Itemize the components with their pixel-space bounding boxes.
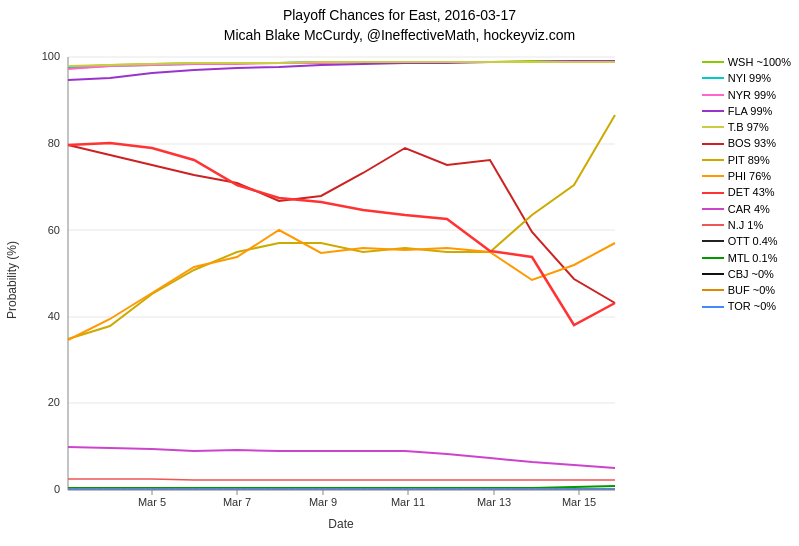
legend-label-pit: PIT 89% — [728, 153, 770, 167]
legend-label-nj: N.J 1% — [728, 218, 763, 232]
line-mtl — [68, 486, 615, 488]
legend-line-wsh — [702, 61, 724, 63]
legend-label-wsh: WSH ~100% — [728, 55, 791, 69]
legend-line-det — [702, 192, 724, 194]
legend-line-nyr — [702, 94, 724, 96]
grid: 0 20 40 60 80 100 — [42, 50, 615, 495]
legend-nyi: NYI 99% — [702, 71, 791, 85]
legend-fla: FLA 99% — [702, 104, 791, 118]
legend-line-mtl — [702, 257, 724, 259]
legend-mtl: MTL 0.1% — [702, 251, 791, 265]
legend-label-nyr: NYR 99% — [728, 88, 776, 102]
legend-line-tb — [702, 126, 724, 128]
svg-text:40: 40 — [48, 310, 60, 322]
legend-det: DET 43% — [702, 185, 791, 199]
legend-label-fla: FLA 99% — [728, 104, 773, 118]
legend-buf: BUF ~0% — [702, 283, 791, 297]
legend-label-mtl: MTL 0.1% — [728, 251, 778, 265]
legend-label-bos: BOS 93% — [728, 136, 776, 150]
svg-text:Mar 5: Mar 5 — [138, 496, 166, 508]
legend-tb: T.B 97% — [702, 120, 791, 134]
svg-text:Mar 11: Mar 11 — [391, 496, 425, 508]
line-car — [68, 447, 615, 468]
legend-line-car — [702, 208, 724, 210]
legend-cbj: CBJ ~0% — [702, 267, 791, 281]
legend-line-ott — [702, 240, 724, 242]
legend-bos: BOS 93% — [702, 136, 791, 150]
svg-text:80: 80 — [48, 137, 60, 149]
legend-label-phi: PHI 76% — [728, 169, 771, 183]
legend-nj: N.J 1% — [702, 218, 791, 232]
svg-text:Mar 7: Mar 7 — [223, 496, 251, 508]
legend-label-tb: T.B 97% — [728, 120, 769, 134]
chart-svg: 0 20 40 60 80 100 Mar 5 Mar 7 Mar 9 Mar … — [0, 0, 799, 546]
svg-text:0: 0 — [54, 483, 60, 495]
x-ticks: Mar 5 Mar 7 Mar 9 Mar 11 Mar 13 Mar 15 — [138, 490, 596, 508]
legend-line-bos — [702, 143, 724, 145]
legend-pit: PIT 89% — [702, 153, 791, 167]
chart-container: Playoff Chances for East, 2016-03-17 Mic… — [0, 0, 799, 546]
legend-ott: OTT 0.4% — [702, 234, 791, 248]
legend-label-buf: BUF ~0% — [728, 283, 775, 297]
legend-phi: PHI 76% — [702, 169, 791, 183]
line-nj — [68, 479, 615, 480]
legend-line-fla — [702, 110, 724, 112]
legend-label-det: DET 43% — [728, 185, 775, 199]
legend-line-tor — [702, 306, 724, 308]
legend-label-nyi: NYI 99% — [728, 71, 771, 85]
svg-text:Mar 9: Mar 9 — [309, 496, 337, 508]
legend-line-cbj — [702, 273, 724, 275]
legend-line-pit — [702, 159, 724, 161]
y-axis-label: Probability (%) — [5, 241, 19, 319]
svg-text:100: 100 — [42, 50, 60, 62]
legend-car: CAR 4% — [702, 202, 791, 216]
legend-line-buf — [702, 289, 724, 291]
legend-line-nyi — [702, 77, 724, 79]
svg-text:20: 20 — [48, 396, 60, 408]
svg-text:Mar 15: Mar 15 — [562, 496, 596, 508]
legend-label-tor: TOR ~0% — [728, 299, 776, 313]
legend-tor: TOR ~0% — [702, 299, 791, 313]
legend: WSH ~100% NYI 99% NYR 99% FLA 99% T.B 97… — [702, 55, 791, 316]
svg-text:Mar 13: Mar 13 — [477, 496, 511, 508]
legend-label-cbj: CBJ ~0% — [728, 267, 774, 281]
legend-wsh: WSH ~100% — [702, 55, 791, 69]
x-axis-label: Date — [328, 517, 354, 531]
legend-nyr: NYR 99% — [702, 88, 791, 102]
legend-line-nj — [702, 224, 724, 226]
svg-text:60: 60 — [48, 224, 60, 236]
legend-label-ott: OTT 0.4% — [728, 234, 778, 248]
legend-label-car: CAR 4% — [728, 202, 770, 216]
legend-line-phi — [702, 175, 724, 177]
